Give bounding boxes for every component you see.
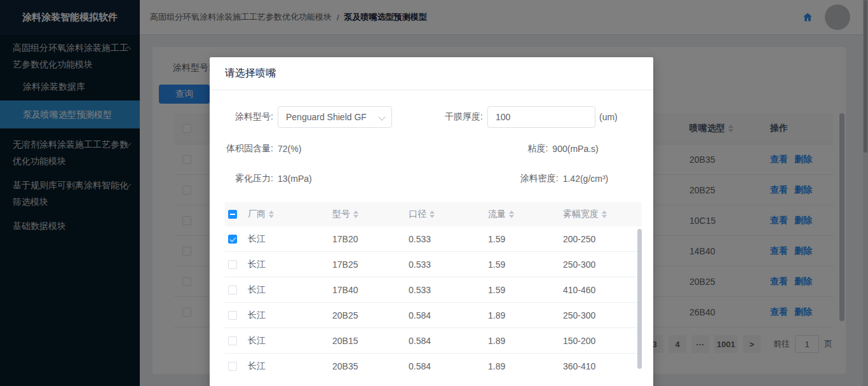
row-checkbox[interactable]	[228, 362, 237, 371]
nozzle-row: 长江 17B20 0.533 1.59 200-250	[225, 226, 642, 252]
sort-icon[interactable]	[602, 210, 607, 218]
model-cell: 17B20	[332, 234, 409, 244]
model-cell: 17B40	[332, 285, 409, 295]
flow-cell: 1.59	[488, 285, 563, 295]
nozzle-table-scrollbar-thumb[interactable]	[637, 229, 642, 369]
spray-width-cell: 200-250	[563, 234, 642, 244]
density-label: 涂料密度:	[469, 173, 559, 184]
flow-cell: 1.89	[488, 336, 563, 346]
paint-model-selected-value: Penguard Shield GF	[286, 112, 367, 122]
manufacturer-header: 厂商	[248, 209, 266, 220]
dialog-title: 请选择喷嘴	[210, 57, 653, 90]
viscosity-value: 900(mPa.s)	[552, 144, 598, 154]
viscosity-label: 粘度:	[458, 143, 548, 155]
caliber-cell: 0.584	[409, 336, 488, 346]
app-root: 涂料涂装智能模拟软件 高固组分环氧涂料涂装施工工艺参数优化功能模块 涂料涂装数据…	[0, 0, 868, 386]
model-header: 型号	[332, 209, 350, 220]
caliber-cell: 0.533	[409, 285, 488, 295]
model-cell: 20B15	[332, 336, 409, 346]
paint-model-select[interactable]: Penguard Shield GF	[278, 106, 392, 128]
manufacturer-cell: 长江	[248, 361, 332, 371]
spray-width-cell: 250-300	[563, 310, 642, 321]
manufacturer-cell: 长江	[248, 233, 332, 245]
caliber-cell: 0.584	[409, 361, 488, 371]
nozzle-row: 长江 17B25 0.533 1.59 250-300	[225, 252, 642, 277]
row-checkbox[interactable]	[228, 336, 237, 345]
manufacturer-cell: 长江	[248, 284, 332, 296]
sort-icon[interactable]	[509, 210, 514, 218]
sort-icon[interactable]	[430, 210, 435, 218]
chevron-down-icon	[378, 113, 385, 120]
flow-cell: 1.89	[488, 310, 563, 321]
select-all-checkbox[interactable]	[228, 210, 237, 219]
sort-icon[interactable]	[353, 210, 358, 218]
dft-input[interactable]	[487, 106, 595, 128]
nozzle-row: 长江 20B15 0.584 1.89 150-200	[225, 328, 642, 354]
spray-width-cell: 150-200	[563, 336, 642, 346]
row-checkbox[interactable]	[228, 286, 237, 294]
flow-header: 流量	[488, 209, 506, 220]
flow-cell: 1.59	[488, 259, 563, 270]
spray-width-cell: 360-410	[563, 361, 642, 371]
caliber-cell: 0.533	[409, 234, 488, 244]
nozzle-row: 长江 17B40 0.533 1.59 410-460	[225, 277, 642, 303]
dft-unit: (um)	[599, 112, 618, 122]
solids-value: 72(%)	[278, 144, 301, 154]
flow-cell: 1.89	[488, 361, 563, 371]
nozzle-table-header: 厂商 型号 口径 流量 雾幅宽度	[225, 202, 642, 226]
caliber-cell: 0.533	[409, 259, 488, 270]
sort-icon[interactable]	[269, 210, 274, 218]
manufacturer-cell: 长江	[248, 310, 332, 321]
dialog-form-row-3: 雾化压力: 13(mPa) 涂料密度: 1.42(g/cm³)	[225, 172, 642, 185]
paint-model-label: 涂料型号:	[225, 111, 273, 123]
solids-label: 体积固含量:	[225, 143, 273, 155]
row-checkbox[interactable]	[228, 235, 237, 244]
caliber-header: 口径	[409, 209, 426, 220]
density-value: 1.42(g/cm³)	[563, 174, 609, 184]
spray-width-cell: 250-300	[563, 259, 642, 270]
dft-label: 干膜厚度:	[435, 111, 483, 123]
pressure-value: 13(mPa)	[278, 174, 312, 184]
dialog-form-row-1: 涂料型号: Penguard Shield GF 干膜厚度: (um)	[225, 106, 642, 128]
model-cell: 20B35	[332, 361, 409, 371]
nozzle-row: 长江 20B25 0.584 1.89 250-300	[225, 303, 642, 328]
row-checkbox[interactable]	[228, 260, 237, 269]
caliber-cell: 0.584	[409, 310, 488, 321]
pressure-label: 雾化压力:	[225, 173, 273, 184]
spray-width-header: 雾幅宽度	[563, 209, 599, 220]
nozzle-select-dialog: 请选择喷嘴 涂料型号: Penguard Shield GF 干膜厚度: (um…	[210, 57, 653, 386]
row-checkbox[interactable]	[228, 311, 237, 320]
spray-width-cell: 410-460	[563, 285, 642, 295]
nozzle-row: 长江 20B35 0.584 1.89 360-410	[225, 354, 642, 371]
nozzle-table: 厂商 型号 口径 流量 雾幅宽度 长江 17B20 0.533 1.59 200…	[225, 202, 642, 371]
model-cell: 20B25	[332, 310, 409, 321]
flow-cell: 1.59	[488, 234, 563, 244]
manufacturer-cell: 长江	[248, 335, 332, 347]
model-cell: 17B25	[332, 259, 409, 270]
manufacturer-cell: 长江	[248, 259, 332, 270]
dialog-form-row-2: 体积固含量: 72(%) 粘度: 900(mPa.s)	[225, 142, 642, 155]
